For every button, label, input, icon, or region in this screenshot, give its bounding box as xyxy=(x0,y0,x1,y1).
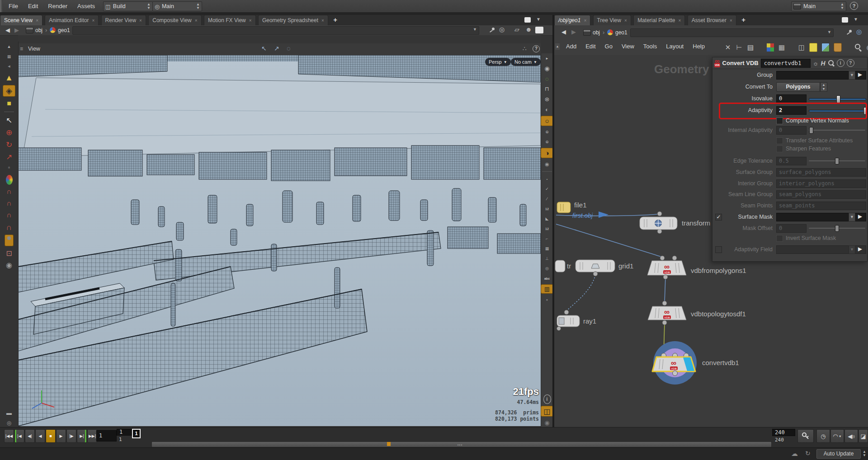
follow-target-icon[interactable]: ◎ xyxy=(499,26,505,33)
desktop-right-selector[interactable]: Main ▲▼ xyxy=(791,1,846,11)
point-numbers-icon[interactable]: 12 xyxy=(541,205,553,213)
tab-render-view[interactable]: Render View× xyxy=(101,15,146,25)
path-dropdown-icon[interactable]: ▼ xyxy=(473,27,477,32)
show-grid-icon[interactable]: ▦ xyxy=(541,244,553,253)
viewport-camera-icon[interactable] xyxy=(5,235,14,246)
node-grid1[interactable]: grid1 xyxy=(576,260,633,276)
path-input[interactable] xyxy=(630,28,834,37)
follow-target-icon[interactable]: ◎ xyxy=(856,28,862,35)
new-tab-button[interactable]: + xyxy=(330,15,340,23)
breadcrumb-obj[interactable]: obj xyxy=(593,29,600,36)
seam-points-input[interactable]: seam_points xyxy=(776,202,866,210)
spinner-icon[interactable]: ▲▼ xyxy=(820,82,827,92)
recook-icon[interactable]: ↻ xyxy=(805,450,811,457)
adaptivity-input[interactable]: 2 xyxy=(776,106,807,115)
show-prims-icon[interactable]: ◣ xyxy=(541,215,553,223)
node-ray1[interactable]: ray1 xyxy=(557,310,597,331)
back-button[interactable]: ◀ xyxy=(4,27,12,33)
menu-render[interactable]: Render xyxy=(43,0,72,9)
tab-animation-editor[interactable]: Animation Editor× xyxy=(45,15,99,25)
close-icon[interactable]: × xyxy=(249,18,252,23)
pick-arrow-button[interactable]: ► xyxy=(857,70,863,78)
breadcrumb-geo1[interactable]: geo1 xyxy=(615,29,627,36)
step-forward-button[interactable]: |▶ xyxy=(66,429,76,443)
transfer-surface-attributes-checkbox[interactable] xyxy=(776,137,783,144)
lasso-select-icon[interactable]: ◌ xyxy=(287,45,290,52)
input-connector[interactable] xyxy=(660,256,665,260)
menu-file[interactable]: File xyxy=(4,0,23,9)
projection-selector[interactable]: Persp▼ xyxy=(485,58,511,66)
node-convertvdb1[interactable]: ∞ VDB convertvdb1 xyxy=(652,341,739,385)
houdini-help-icon[interactable]: H xyxy=(821,60,826,67)
close-icon[interactable]: × xyxy=(92,18,94,23)
group-list-icon[interactable]: ◌ xyxy=(541,75,553,83)
close-icon[interactable]: × xyxy=(195,18,198,23)
playback-speed-button[interactable]: ◠▼ xyxy=(830,429,844,443)
slider-handle[interactable] xyxy=(835,225,839,232)
gear-menu-icon[interactable]: ☼ xyxy=(813,60,819,67)
show-points-icon[interactable]: ● xyxy=(541,175,553,183)
text-overlay-icon[interactable]: abc xyxy=(541,274,553,282)
output-connector[interactable] xyxy=(663,275,668,279)
net-menu-tools[interactable]: Tools xyxy=(639,43,661,50)
shelf-tray-icon[interactable]: ▬ xyxy=(3,409,15,417)
convert-to-select[interactable]: Polygons xyxy=(776,82,820,92)
lights-off-icon[interactable]: ⊗ xyxy=(541,95,553,103)
smooth-shaded-icon[interactable]: ◑ xyxy=(541,148,553,158)
tab-scene-view[interactable]: Scene View× xyxy=(0,15,42,25)
compute-vertex-normals-checkbox[interactable] xyxy=(776,117,783,124)
net-tools-icon[interactable]: ✕ xyxy=(724,43,731,52)
add-headlight-icon[interactable]: ⊕ xyxy=(541,138,553,146)
paint-tool-icon[interactable] xyxy=(6,175,13,185)
memory-brain-icon[interactable]: ☁ xyxy=(791,450,798,458)
jump-to-end-button[interactable]: ▶▶| xyxy=(87,429,97,443)
tab-obj-geo1[interactable]: /obj/geo1× xyxy=(554,15,590,25)
snapshot-stack-icon[interactable]: ∴ xyxy=(523,45,526,52)
play-reverse-button[interactable]: ◀ xyxy=(35,429,45,443)
slider-handle[interactable] xyxy=(863,107,868,115)
mini-clapper-icon[interactable]: ▦ xyxy=(3,52,15,61)
rotate-tool-icon[interactable]: ↻ xyxy=(3,140,15,150)
output-connector[interactable] xyxy=(673,371,678,376)
back-button[interactable]: ◀ xyxy=(560,28,568,35)
input-connector[interactable] xyxy=(672,256,677,260)
character-picker-icon[interactable]: ☻ xyxy=(525,26,532,33)
internal-adaptivity-slider[interactable] xyxy=(809,130,865,131)
surface-group-input[interactable]: surface_polygons xyxy=(776,168,866,177)
expand-toolbar-icon[interactable]: ▸ xyxy=(541,54,553,62)
net-search-icon[interactable] xyxy=(854,43,862,52)
render-region-icon[interactable]: ⊡ xyxy=(3,248,15,258)
viewport-view-menu[interactable]: View xyxy=(28,46,40,52)
scroll-up-icon[interactable]: ▲ xyxy=(555,43,560,50)
edge-tolerance-slider[interactable] xyxy=(809,160,865,161)
close-icon[interactable]: × xyxy=(36,18,38,23)
tab-tree-view[interactable]: Tree View× xyxy=(593,15,631,25)
breadcrumb-geo1[interactable]: geo1 xyxy=(58,27,70,33)
net-sticky-note-icon[interactable] xyxy=(809,43,817,52)
select-tool-icon[interactable]: ↖ xyxy=(3,115,15,126)
slider-handle[interactable] xyxy=(835,158,839,164)
invert-surface-mask-checkbox[interactable] xyxy=(776,235,783,242)
tab-motion-fx-view[interactable]: Motion FX View× xyxy=(204,15,256,25)
circle-guide-icon[interactable]: ◎ xyxy=(541,264,553,272)
spinner-icon[interactable]: ▲▼ xyxy=(196,3,200,10)
stop-button[interactable]: ■ xyxy=(46,429,56,443)
material-sphere-icon[interactable]: ◐ xyxy=(541,105,553,114)
node-file1[interactable]: file1 first.obj xyxy=(557,201,593,219)
view-cube-icon[interactable]: ▱ xyxy=(514,26,519,33)
pose-tool-icon[interactable]: * xyxy=(3,164,15,173)
forward-button[interactable]: ▶ xyxy=(570,28,578,35)
pane-menu-button[interactable]: ▼ xyxy=(536,17,541,22)
net-menu-help[interactable]: Help xyxy=(688,43,709,50)
current-frame-field[interactable]: 1 xyxy=(96,430,117,441)
pick-arrow-button[interactable]: ► xyxy=(857,245,863,253)
wire-vdbfrompolygons1-vdbtopologytosdf1[interactable] xyxy=(665,277,665,302)
dropdown-button[interactable]: ▼ xyxy=(849,213,855,221)
scene-viewport[interactable]: Persp▼ No cam▼ 21fps 47.64ms 874,326 pri… xyxy=(18,55,541,426)
snap-multi-icon[interactable]: ∩ xyxy=(3,222,15,233)
input-connector[interactable] xyxy=(662,301,667,305)
help-icon[interactable]: ? xyxy=(847,59,854,67)
objects-level-icon[interactable]: ▲ xyxy=(3,72,15,83)
mask-offset-input[interactable]: 0 xyxy=(776,224,807,233)
pick-arrow-button[interactable]: ► xyxy=(857,212,863,220)
